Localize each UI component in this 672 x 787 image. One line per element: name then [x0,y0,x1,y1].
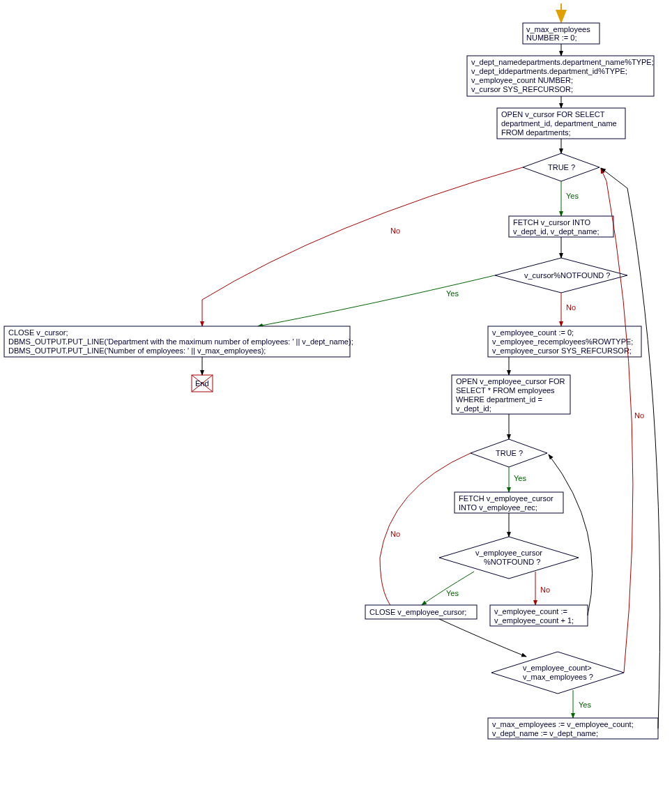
svg-text:v_cursor%NOTFOUND ?: v_cursor%NOTFOUND ? [524,271,610,280]
edge-label-yes-5: Yes [579,701,591,709]
svg-text:v_employee_count + 1;: v_employee_count + 1; [494,616,574,625]
decision-inner-loop: TRUE ? [471,439,547,467]
svg-text:v_employee_count>: v_employee_count> [523,664,592,672]
node-declarations: v_dept_namedepartments.department_name%T… [467,56,654,96]
edge-n8-d3 [549,454,593,616]
svg-text:v_max_employees: v_max_employees [526,25,590,33]
svg-text:CLOSE v_employee_cursor;: CLOSE v_employee_cursor; [369,608,466,616]
node-inner-decls: v_employee_count := 0; v_employee_recemp… [488,326,641,357]
svg-text:TRUE ?: TRUE ? [548,163,575,171]
svg-text:v_cursor SYS_REFCURSOR;: v_cursor SYS_REFCURSOR; [471,85,573,93]
node-open-dept-cursor: OPEN v_cursor FOR SELECT department_id, … [497,108,625,139]
svg-text:SELECT * FROM employees: SELECT * FROM employees [456,386,555,395]
edge-label-yes-3: Yes [514,474,526,482]
svg-text:v_dept_id, v_dept_name;: v_dept_id, v_dept_name; [513,227,600,236]
svg-text:v_max_employees ?: v_max_employees ? [523,673,593,681]
svg-text:OPEN v_employee_cursor FOR: OPEN v_employee_cursor FOR [456,377,565,385]
edge-label-no-3: No [390,530,400,538]
node-update-max: v_max_employees := v_employee_count; v_d… [488,718,658,739]
svg-text:v_dept_iddepartments.departmen: v_dept_iddepartments.department_id%TYPE; [471,67,627,75]
decision-dept-notfound: v_cursor%NOTFOUND ? [495,258,627,293]
decision-outer-loop: TRUE ? [523,153,600,181]
svg-text:v_employee_cursor SYS_REFCURSO: v_employee_cursor SYS_REFCURSOR; [492,346,632,355]
node-end: End [192,375,213,392]
svg-text:v_employee_recemployees%ROWTYP: v_employee_recemployees%ROWTYPE; [492,337,633,346]
node-fetch-dept: FETCH v_cursor INTO v_dept_id, v_dept_na… [509,216,613,237]
node-close-emp-cursor: CLOSE v_employee_cursor; [365,605,477,619]
node-close-and-output: CLOSE v_cursor; DBMS_OUTPUT.PUT_LINE('De… [4,326,353,357]
svg-text:CLOSE v_cursor;: CLOSE v_cursor; [8,328,68,337]
svg-text:WHERE department_id =: WHERE department_id = [456,395,542,404]
edge-n10-d1 [601,168,660,728]
svg-text:DBMS_OUTPUT.PUT_LINE('Number o: DBMS_OUTPUT.PUT_LINE('Number of employee… [8,346,266,355]
svg-text:v_employee_count :=: v_employee_count := [494,607,567,616]
svg-text:FETCH v_employee_cursor: FETCH v_employee_cursor [459,494,553,503]
svg-text:NUMBER := 0;: NUMBER := 0; [526,33,576,42]
edge-label-yes: Yes [566,192,579,200]
svg-text:v_employee_cursor: v_employee_cursor [475,549,542,557]
edge-d1-no [202,167,523,326]
edge-label-no-5: No [634,411,644,420]
svg-text:v_dept_namedepartments.departm: v_dept_namedepartments.department_name%T… [471,58,654,66]
svg-text:v_dept_name := v_dept_name;: v_dept_name := v_dept_name; [492,729,598,738]
svg-text:v_employee_count NUMBER;: v_employee_count NUMBER; [471,76,573,84]
svg-text:DBMS_OUTPUT.PUT_LINE('Departme: DBMS_OUTPUT.PUT_LINE('Department with th… [8,337,353,346]
edge-d2-yes [258,275,495,326]
svg-text:OPEN v_cursor FOR SELECT: OPEN v_cursor FOR SELECT [501,110,605,119]
svg-text:TRUE ?: TRUE ? [496,449,523,457]
edge-label-yes-4: Yes [446,589,459,597]
svg-text:v_employee_count := 0;: v_employee_count := 0; [492,328,574,337]
node-fetch-emp: FETCH v_employee_cursor INTO v_employee_… [455,492,563,513]
node-v-max-employees-decl: v_max_employees NUMBER := 0; [523,23,600,44]
edge-label-yes-2: Yes [446,289,459,298]
edge-label-no: No [390,227,400,235]
svg-text:FROM departments;: FROM departments; [501,128,571,137]
edge-label-no-4: No [540,586,550,594]
edge-d5-no [601,169,633,673]
svg-text:v_max_employees := v_employee_: v_max_employees := v_employee_count; [492,720,634,728]
node-increment-count: v_employee_count := v_employee_count + 1… [490,605,588,626]
node-open-emp-cursor: OPEN v_employee_cursor FOR SELECT * FROM… [452,375,570,414]
svg-text:department_id, department_name: department_id, department_name [501,119,617,128]
edge-label-no-2: No [566,303,576,312]
svg-text:End: End [195,379,209,388]
decision-compare-max: v_employee_count> v_max_employees ? [491,652,624,694]
edge-d4-yes [422,572,474,605]
svg-text:v_dept_id;: v_dept_id; [456,404,491,413]
svg-text:%NOTFOUND ?: %NOTFOUND ? [484,558,540,566]
decision-emp-notfound: v_employee_cursor %NOTFOUND ? [439,537,579,579]
svg-text:FETCH v_cursor INTO: FETCH v_cursor INTO [513,218,590,227]
svg-text:INTO v_employee_rec;: INTO v_employee_rec; [459,503,537,512]
